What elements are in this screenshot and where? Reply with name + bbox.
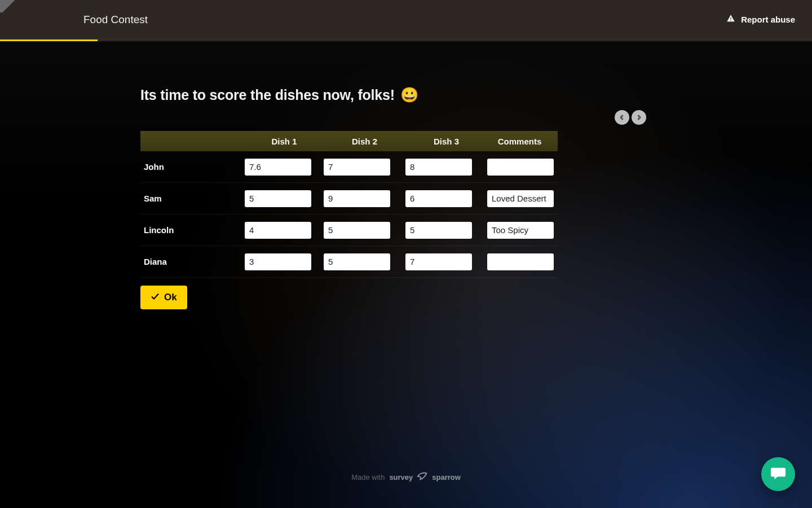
matrix-cell (487, 190, 552, 207)
main-content: Its time to score the dishes now, folks!… (0, 41, 812, 309)
matrix-cell (405, 159, 487, 176)
made-with-label: Made with (351, 473, 385, 481)
corner-decoration (0, 0, 20, 12)
matrix-cell (405, 253, 487, 270)
column-header: Dish 2 (324, 137, 405, 146)
score-input[interactable] (405, 222, 472, 239)
column-header: Comments (487, 137, 552, 146)
next-question-button[interactable] (632, 110, 646, 125)
score-input[interactable] (324, 190, 390, 207)
svg-rect-0 (730, 17, 731, 19)
matrix-cell (487, 253, 552, 270)
score-input[interactable] (405, 190, 472, 207)
matrix-cell (324, 159, 405, 176)
matrix-header-row: Dish 1 Dish 2 Dish 3 Comments (140, 131, 558, 151)
matrix-cell (324, 222, 405, 239)
column-header: Dish 1 (245, 137, 324, 146)
score-input[interactable] (324, 159, 390, 176)
ok-label: Ok (164, 292, 177, 303)
comments-input[interactable] (487, 190, 554, 207)
table-row: John (140, 151, 558, 183)
brand-logo[interactable]: survey sparrow (389, 470, 461, 484)
matrix-cell (245, 159, 324, 176)
brand-right: sparrow (432, 473, 461, 481)
column-header: Dish 3 (405, 137, 487, 146)
comments-input[interactable] (487, 159, 554, 176)
made-with-footer: Made with survey sparrow (351, 470, 461, 484)
comments-input[interactable] (487, 222, 554, 239)
score-input[interactable] (324, 253, 390, 270)
score-input[interactable] (245, 190, 311, 207)
comments-input[interactable] (487, 253, 554, 270)
matrix-cell (487, 159, 552, 176)
chat-launcher[interactable] (761, 457, 795, 491)
matrix-cell (405, 222, 487, 239)
score-input[interactable] (245, 253, 311, 270)
score-input[interactable] (324, 222, 390, 239)
matrix-cell (245, 253, 324, 270)
matrix-body: JohnSamLincolnDiana (140, 151, 558, 278)
matrix-cell (487, 222, 552, 239)
score-input[interactable] (405, 253, 472, 270)
matrix-cell (245, 190, 324, 207)
prev-question-button[interactable] (615, 110, 629, 125)
report-abuse-label: Report abuse (741, 15, 795, 24)
page-title: Food Contest (83, 14, 148, 26)
question-label: Its time to score the dishes now, folks! (140, 87, 395, 103)
question-text: Its time to score the dishes now, folks!… (140, 86, 558, 104)
question-nav (615, 110, 646, 125)
brand-left: survey (389, 473, 413, 481)
matrix-cell (405, 190, 487, 207)
matrix-cell (245, 222, 324, 239)
grinning-emoji: 😀 (400, 86, 418, 104)
chevron-left-icon (619, 112, 625, 122)
score-input[interactable] (405, 159, 472, 176)
row-label: Lincoln (140, 225, 245, 235)
report-abuse-link[interactable]: Report abuse (726, 14, 795, 25)
top-bar: Food Contest Report abuse (0, 0, 812, 40)
check-icon (151, 292, 160, 304)
svg-rect-1 (730, 20, 731, 20)
chat-icon (770, 465, 787, 484)
warning-icon (726, 14, 735, 25)
row-label: Diana (140, 257, 245, 266)
table-row: Lincoln (140, 214, 558, 246)
row-label: John (140, 162, 245, 172)
matrix-cell (324, 253, 405, 270)
matrix-cell (324, 190, 405, 207)
row-label: Sam (140, 194, 245, 203)
ok-button[interactable]: Ok (140, 286, 187, 309)
score-input[interactable] (245, 159, 311, 176)
score-input[interactable] (245, 222, 311, 239)
table-row: Diana (140, 246, 558, 278)
table-row: Sam (140, 183, 558, 214)
sparrow-icon (416, 470, 429, 484)
chevron-right-icon (636, 112, 642, 122)
